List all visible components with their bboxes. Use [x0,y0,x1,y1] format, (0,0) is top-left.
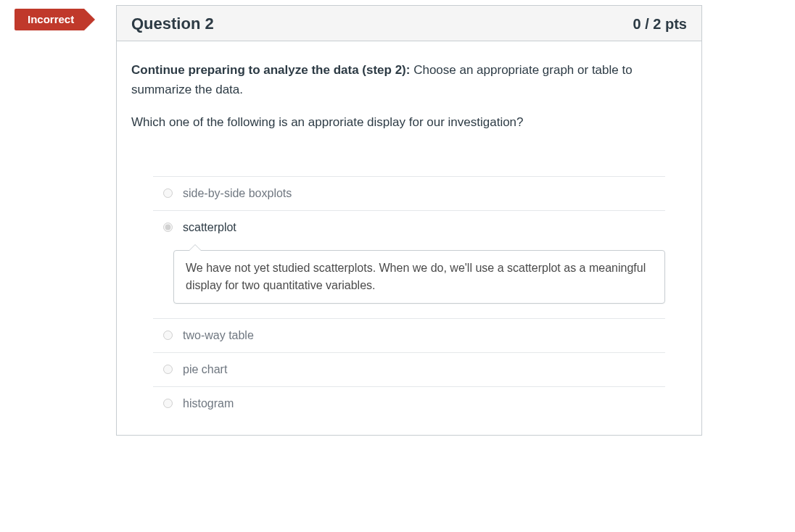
radio-input[interactable] [163,399,173,408]
prompt-line2: Which one of the following is an approri… [131,112,687,132]
radio-input[interactable] [163,188,173,198]
prompt-lead: Continue preparing to analyze the data (… [131,63,410,77]
question-points: 0 / 2 pts [633,16,687,33]
answer-label: scatterplot [183,221,236,234]
card-header: Question 2 0 / 2 pts [117,6,701,41]
answer-feedback: We have not yet studied scatterplots. Wh… [173,250,665,304]
question-title: Question 2 [131,14,214,33]
status-badge: Incorrect [15,9,84,30]
answer-list-continued: two-way table pie chart histogram [153,319,665,420]
question-card: Question 2 0 / 2 pts Continue preparing … [116,5,702,436]
radio-input[interactable] [163,365,173,374]
answer-list: side-by-side boxplots scatterplot [153,176,665,244]
question-prompt: Continue preparing to analyze the data (… [131,60,687,133]
answer-label: histogram [183,397,234,410]
answer-label: two-way table [183,329,254,342]
answer-label: side-by-side boxplots [183,187,292,200]
card-body: Continue preparing to analyze the data (… [117,41,701,435]
answer-option[interactable]: pie chart [153,352,665,386]
answer-option[interactable]: side-by-side boxplots [153,176,665,210]
radio-input[interactable] [163,223,173,232]
answer-option[interactable]: histogram [153,386,665,420]
answer-option[interactable]: scatterplot [153,210,665,244]
radio-input[interactable] [163,331,173,340]
answer-option[interactable]: two-way table [153,319,665,352]
feedback-container: We have not yet studied scatterplots. Wh… [153,244,665,319]
answer-label: pie chart [183,363,227,376]
